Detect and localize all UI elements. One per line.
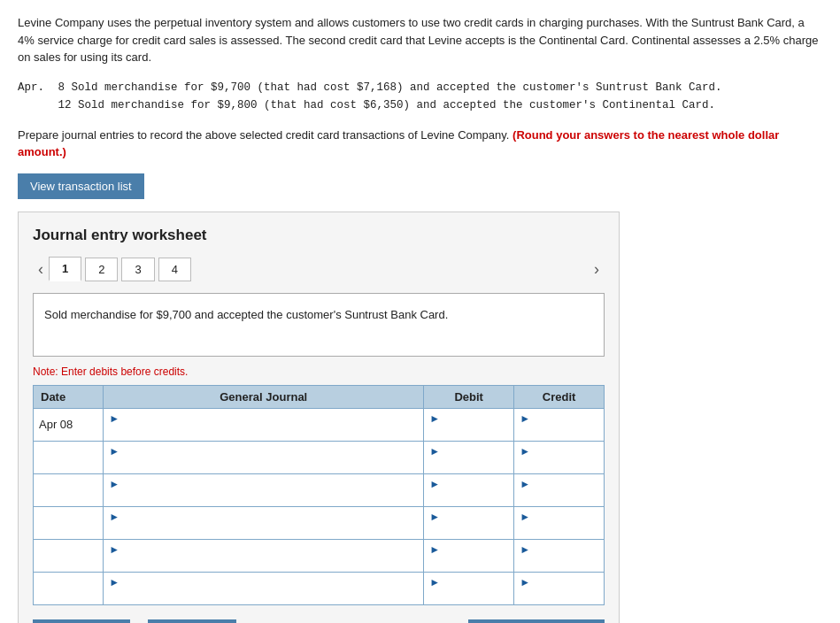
arrow-icon-debit-1: ►	[429, 412, 440, 425]
description-box: Sold merchandise for $9,700 and accepted…	[33, 293, 605, 357]
credit-cell-3[interactable]: ►	[514, 473, 605, 506]
credit-input-1[interactable]	[520, 425, 598, 438]
debit-cell-4[interactable]: ►	[424, 506, 514, 539]
table-row: ► ► ►	[34, 473, 605, 506]
arrow-icon-credit-6: ►	[520, 576, 530, 588]
debit-input-6[interactable]	[429, 588, 508, 602]
debit-input-1[interactable]	[429, 425, 508, 438]
arrow-icon-debit-6: ►	[429, 576, 440, 588]
date-cell-5	[34, 539, 104, 572]
date-cell-1: Apr 08	[34, 408, 104, 441]
transaction-line-2: 12 Sold merchandise for $9,800 (that had…	[18, 96, 822, 114]
record-entry-button[interactable]: Record entry	[33, 619, 130, 624]
arrow-icon-4: ►	[109, 511, 119, 523]
date-cell-3	[34, 473, 104, 506]
prev-tab-arrow[interactable]: ‹	[33, 257, 49, 282]
journal-input-4[interactable]	[109, 523, 418, 536]
arrow-icon-credit-3: ►	[520, 478, 530, 490]
date-cell-2	[34, 441, 104, 473]
tab-4[interactable]: 4	[158, 258, 191, 281]
debit-cell-6[interactable]: ►	[424, 572, 514, 604]
date-cell-4	[34, 506, 104, 539]
debit-input-2[interactable]	[429, 458, 508, 471]
tabs-navigation: ‹ 1 2 3 4 ›	[33, 257, 605, 282]
credit-cell-1[interactable]: ►	[514, 408, 605, 441]
prepare-text: Prepare journal entries to record the ab…	[18, 127, 822, 161]
credit-cell-6[interactable]: ►	[514, 572, 605, 604]
debit-cell-5[interactable]: ►	[424, 539, 514, 572]
debit-cell-1[interactable]: ►	[424, 408, 514, 441]
journal-input-6[interactable]	[109, 588, 418, 602]
view-transaction-button[interactable]: View transaction list	[18, 173, 144, 199]
tab-1[interactable]: 1	[49, 257, 81, 281]
arrow-icon-credit-1: ►	[520, 412, 530, 425]
arrow-icon-debit-4: ►	[429, 511, 440, 523]
next-tab-arrow[interactable]: ›	[589, 257, 605, 282]
debit-cell-2[interactable]: ►	[424, 441, 514, 473]
intro-text: Levine Company uses the perpetual invent…	[18, 16, 818, 64]
table-row: Apr 08 ► ► ►	[34, 408, 605, 441]
date-cell-6	[34, 572, 104, 604]
journal-cell-1[interactable]: ►	[104, 408, 424, 441]
debit-cell-3[interactable]: ►	[424, 473, 514, 506]
journal-cell-2[interactable]: ►	[104, 441, 424, 473]
worksheet-title: Journal entry worksheet	[33, 227, 605, 244]
journal-cell-3[interactable]: ►	[104, 473, 424, 506]
col-date: Date	[34, 385, 104, 408]
credit-input-3[interactable]	[520, 490, 598, 504]
table-row: ► ► ►	[34, 539, 605, 572]
arrow-icon-credit-5: ►	[520, 543, 530, 556]
prepare-instruction: Prepare journal entries to record the ab…	[18, 128, 509, 142]
arrow-icon-5: ►	[109, 543, 119, 556]
arrow-icon-2: ►	[109, 445, 119, 458]
col-debit: Debit	[424, 385, 514, 408]
arrow-icon-credit-2: ►	[520, 445, 530, 458]
debit-input-3[interactable]	[429, 490, 508, 504]
table-row: ► ► ►	[34, 572, 605, 604]
worksheet-container: Journal entry worksheet ‹ 1 2 3 4 › Sold…	[18, 212, 620, 624]
arrow-icon-debit-2: ►	[429, 445, 440, 458]
journal-input-5[interactable]	[109, 556, 418, 569]
credit-cell-4[interactable]: ►	[514, 506, 605, 539]
arrow-icon-6: ►	[109, 576, 119, 588]
arrow-icon-credit-4: ►	[520, 511, 530, 523]
credit-input-4[interactable]	[520, 523, 598, 536]
credit-cell-2[interactable]: ►	[514, 441, 605, 473]
clear-entry-button[interactable]: Clear entry	[148, 619, 236, 624]
col-general-journal: General Journal	[104, 385, 424, 408]
note-text: Note: Enter debits before credits.	[33, 365, 605, 378]
table-row: ► ► ►	[34, 441, 605, 473]
journal-input-2[interactable]	[109, 458, 418, 471]
journal-input-3[interactable]	[109, 490, 418, 504]
bottom-buttons: Record entry Clear entry View general jo…	[33, 619, 605, 624]
debit-input-4[interactable]	[429, 523, 508, 536]
credit-input-5[interactable]	[520, 556, 598, 569]
tab-2[interactable]: 2	[85, 258, 118, 281]
view-general-journal-button[interactable]: View general journal	[468, 619, 605, 624]
journal-table: Date General Journal Debit Credit Apr 08…	[33, 385, 605, 605]
intro-paragraph: Levine Company uses the perpetual invent…	[18, 14, 822, 66]
arrow-icon-debit-5: ►	[429, 543, 440, 556]
transaction-lines: Apr. 8 Sold merchandise for $9,700 (that…	[18, 79, 822, 114]
tab-3[interactable]: 3	[121, 258, 154, 281]
journal-cell-5[interactable]: ►	[104, 539, 424, 572]
col-credit: Credit	[514, 385, 605, 408]
description-text: Sold merchandise for $9,700 and accepted…	[44, 308, 448, 321]
table-row: ► ► ►	[34, 506, 605, 539]
journal-input-1[interactable]	[109, 425, 418, 438]
arrow-icon-1: ►	[109, 412, 119, 425]
debit-input-5[interactable]	[429, 556, 508, 569]
arrow-icon-3: ►	[109, 478, 119, 490]
credit-input-2[interactable]	[520, 458, 598, 471]
journal-cell-6[interactable]: ►	[104, 572, 424, 604]
credit-cell-5[interactable]: ►	[514, 539, 605, 572]
journal-cell-4[interactable]: ►	[104, 506, 424, 539]
transaction-line-1: Apr. 8 Sold merchandise for $9,700 (that…	[18, 79, 822, 96]
credit-input-6[interactable]	[520, 588, 598, 602]
arrow-icon-debit-3: ►	[429, 478, 440, 490]
